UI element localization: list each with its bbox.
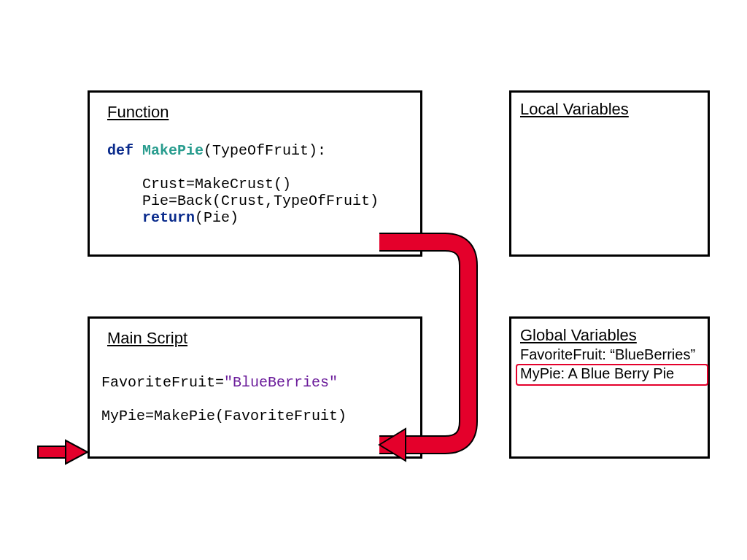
- local-variables-title: Local Variables: [520, 100, 629, 119]
- signature-rest: (TypeOfFruit):: [204, 142, 326, 159]
- main-script-code: FavoriteFruit="BlueBerries" MyPie=MakePi…: [101, 374, 347, 424]
- svg-marker-2: [66, 440, 88, 464]
- string-literal: "BlueBerries": [224, 374, 338, 391]
- keyword-return: return: [142, 209, 195, 226]
- global-variables-title: Global Variables: [520, 326, 637, 345]
- flow-arrow-curve: [0, 0, 747, 560]
- global-var-line: FavoriteFruit: “BlueBerries”: [520, 346, 695, 363]
- code-line: Crust=MakeCrust(): [142, 176, 291, 192]
- function-name: MakePie: [142, 142, 204, 159]
- return-rest: (Pie): [195, 209, 239, 226]
- code-line: FavoriteFruit=: [101, 374, 224, 391]
- main-script-title: Main Script: [107, 329, 187, 348]
- code-line: MyPie=MakePie(FavoriteFruit): [101, 408, 347, 424]
- local-variables-box: Local Variables: [509, 90, 710, 257]
- function-code: def MakePie(TypeOfFruit): Crust=MakeCrus…: [107, 142, 379, 226]
- execution-pointer-arrow-icon: [36, 438, 95, 467]
- global-variables-box: Global Variables FavoriteFruit: “BlueBer…: [509, 316, 710, 459]
- highlight-mypie: [516, 364, 708, 386]
- keyword-def: def: [107, 142, 133, 159]
- code-line: Pie=Back(Crust,TypeOfFruit): [142, 192, 379, 209]
- main-script-box: Main Script FavoriteFruit="BlueBerries" …: [88, 316, 422, 459]
- function-box: Function def MakePie(TypeOfFruit): Crust…: [88, 90, 422, 257]
- svg-rect-1: [38, 446, 66, 458]
- function-title: Function: [107, 103, 169, 122]
